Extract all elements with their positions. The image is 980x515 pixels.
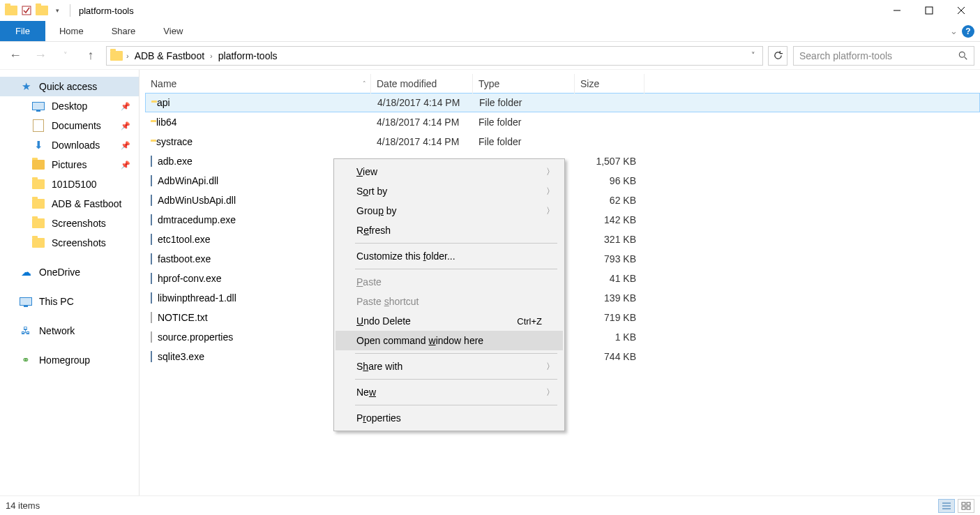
svg-point-5 [959, 52, 965, 57]
svg-rect-2 [926, 7, 933, 14]
properties-qat-icon[interactable] [20, 3, 33, 17]
sidebar-item-homegroup[interactable]: ⚭ Homegroup [0, 350, 139, 370]
file-icon [151, 175, 152, 186]
folder-icon [32, 237, 45, 249]
exe-icon [151, 156, 152, 167]
sidebar-item-onedrive[interactable]: ☁ OneDrive [0, 262, 139, 282]
search-input[interactable]: Search platform-tools [793, 46, 974, 66]
sidebar-item[interactable]: 101D5100 [0, 174, 139, 194]
pin-icon: 📌 [121, 121, 139, 130]
ctx-properties[interactable]: Properties [336, 408, 563, 428]
table-row[interactable]: api4/18/2017 4:14 PMFile folder [145, 93, 980, 112]
folder-icon [32, 197, 45, 210]
file-size: 744 KB [575, 351, 644, 362]
file-tab[interactable]: File [0, 21, 45, 41]
ctx-open-cmd-here[interactable]: Open command window here [336, 331, 563, 350]
tab-share[interactable]: Share [98, 21, 150, 41]
file-name: lib64 [156, 117, 177, 128]
up-button[interactable]: ↑ [81, 46, 100, 66]
ribbon-collapse-icon[interactable]: ⌄ [950, 26, 958, 36]
table-row[interactable]: lib644/18/2017 4:14 PMFile folder [145, 112, 980, 132]
sidebar-item[interactable]: Screenshots [0, 214, 139, 233]
sidebar-item[interactable]: ADB & Fastboot [0, 194, 139, 214]
file-size: 96 KB [575, 175, 644, 186]
svg-rect-13 [967, 507, 970, 509]
ctx-share[interactable]: Share with〉 [336, 357, 563, 376]
homegroup-icon: ⚭ [20, 354, 32, 366]
qat-dropdown-icon[interactable]: ▾ [50, 3, 64, 17]
ctx-refresh[interactable]: Refresh [336, 221, 563, 240]
sidebar-item-network[interactable]: 🖧 Network [0, 321, 139, 341]
view-details-button[interactable] [938, 499, 955, 513]
shortcut-label: Ctrl+Z [517, 316, 542, 327]
new-folder-qat-icon[interactable] [35, 3, 49, 17]
refresh-button[interactable] [768, 46, 787, 66]
address-bar[interactable]: › ADB & Fastboot › platform-tools ˅ [106, 46, 763, 66]
file-name: sqlite3.exe [158, 351, 204, 362]
sidebar-item-quick-access[interactable]: ★ Quick access [0, 77, 139, 96]
close-button[interactable] [945, 0, 977, 21]
forward-button[interactable]: → [31, 46, 50, 66]
sidebar-item-label: Network [39, 325, 75, 336]
separator [355, 405, 557, 405]
ctx-group[interactable]: Group by〉 [336, 201, 563, 221]
pin-icon: 📌 [121, 141, 139, 150]
ctx-paste[interactable]: Paste [336, 272, 563, 292]
sidebar-item[interactable]: Pictures📌 [0, 155, 139, 174]
sidebar-item-this-pc[interactable]: This PC [0, 292, 139, 311]
breadcrumb-item[interactable]: ADB & Fastboot [132, 49, 207, 63]
ctx-view[interactable]: View〉 [336, 162, 563, 181]
tab-home[interactable]: Home [45, 21, 98, 41]
file-type: File folder [473, 136, 575, 147]
sidebar-item[interactable]: Desktop📌 [0, 96, 139, 116]
status-text: 14 items [6, 500, 40, 511]
column-header-name[interactable]: Name ˄ [145, 74, 371, 94]
file-name: AdbWinUsbApi.dll [158, 195, 236, 206]
tab-view[interactable]: View [149, 21, 197, 41]
file-date: 4/18/2017 4:14 PM [371, 136, 473, 147]
file-size: 41 KB [575, 273, 644, 284]
file-name: AdbWinApi.dll [158, 175, 218, 186]
exe-icon [151, 253, 152, 264]
file-icon [151, 195, 152, 206]
column-header-type[interactable]: Type [473, 74, 575, 94]
file-name: libwinpthread-1.dll [158, 292, 236, 304]
table-row[interactable]: systrace4/18/2017 4:14 PMFile folder [145, 132, 980, 151]
file-type: File folder [473, 117, 575, 128]
chevron-right-icon[interactable]: › [210, 52, 213, 60]
view-large-icons-button[interactable] [958, 499, 974, 513]
recent-locations-button[interactable]: ˅ [56, 46, 75, 66]
window-controls [881, 0, 977, 21]
sidebar-item-label: Homegroup [39, 354, 90, 366]
navigation-pane: ★ Quick access Desktop📌Documents📌⬇Downlo… [0, 70, 140, 495]
help-icon[interactable]: ? [962, 25, 974, 38]
column-header-size[interactable]: Size [575, 74, 644, 94]
ctx-customize[interactable]: Customize this folder... [336, 246, 563, 266]
ctx-sort[interactable]: Sort by〉 [336, 181, 563, 201]
minimize-button[interactable] [881, 0, 913, 21]
address-dropdown-icon[interactable]: ˅ [747, 51, 760, 60]
chevron-right-icon[interactable]: › [126, 52, 129, 60]
ribbon-tabs: File Home Share View ⌄ ? [0, 21, 980, 42]
sidebar-item[interactable]: Screenshots [0, 233, 139, 253]
quick-access-toolbar: ▾ [3, 3, 64, 17]
back-button[interactable]: ← [6, 46, 25, 66]
ctx-paste-shortcut[interactable]: Paste shortcut [336, 292, 563, 311]
separator [355, 243, 557, 244]
sidebar-item[interactable]: ⬇Downloads📌 [0, 135, 139, 155]
ctx-undo[interactable]: Undo DeleteCtrl+Z [336, 311, 563, 331]
column-header-date[interactable]: Date modified [371, 74, 473, 94]
file-name: hprof-conv.exe [158, 273, 222, 284]
separator [355, 379, 557, 380]
separator [355, 353, 557, 354]
sidebar-item[interactable]: Documents📌 [0, 116, 139, 135]
maximize-button[interactable] [913, 0, 945, 21]
sidebar-item-label: ADB & Fastboot [52, 198, 121, 209]
breadcrumb-item[interactable]: platform-tools [216, 49, 280, 63]
ctx-new[interactable]: New〉 [336, 382, 563, 402]
title-bar: ▾ platform-tools [0, 0, 980, 21]
navigation-bar: ← → ˅ ↑ › ADB & Fastboot › platform-tool… [0, 42, 980, 70]
sidebar-item-label: This PC [39, 296, 74, 307]
sidebar-item-label: Downloads [52, 140, 100, 151]
txt-icon [151, 331, 152, 343]
